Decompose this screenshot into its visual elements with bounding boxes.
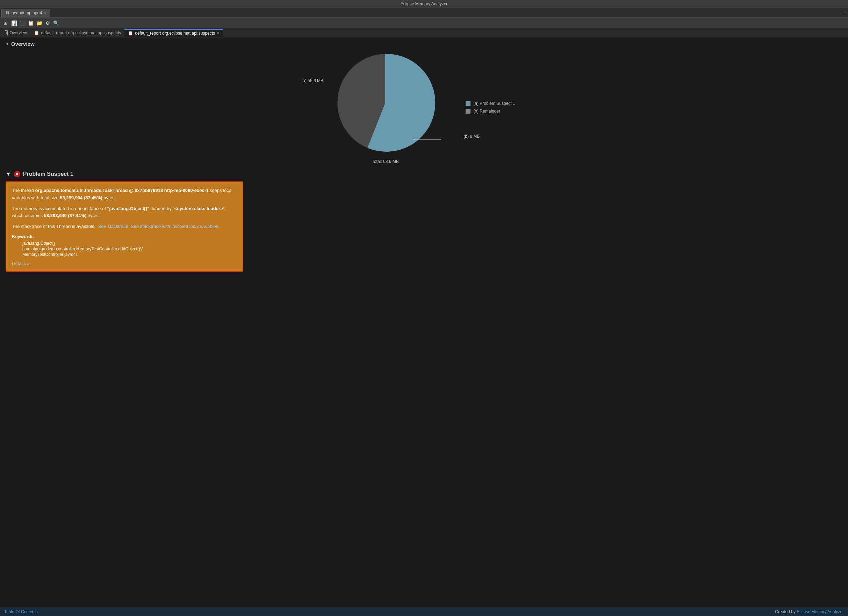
- toolbar-icon-table[interactable]: ⬛: [19, 19, 26, 27]
- pie-label-b: (b) 8 MB: [464, 134, 480, 139]
- thread-name: org.apache.tomcat.util.threads.TaskThrea…: [35, 188, 209, 193]
- suspect-description-3: The stacktrace of this Thread is availab…: [12, 223, 237, 230]
- heapdump-tab[interactable]: 🖥 heapdump.hprof ×: [1, 9, 50, 17]
- keyword-2: com.atguigu.demo.controller.MemoryTestCo…: [12, 246, 237, 252]
- tab-overview[interactable]: i Overview: [1, 30, 30, 36]
- overview-icon: i: [5, 30, 8, 35]
- suspect-title: Problem Suspect 1: [23, 171, 73, 177]
- overview-toggle[interactable]: ▼: [6, 42, 9, 46]
- keywords-section: Keywords java.lang.Object[] com.atguigu.…: [12, 234, 237, 257]
- toolbar: ⊞ 📊 ⬛ 📋 📁 ⚙ 🔍: [0, 18, 848, 28]
- keyword-1: java.lang.Object[]: [12, 240, 237, 246]
- legend-box-a: [466, 101, 470, 106]
- overview-header: ▼ Overview: [6, 41, 842, 47]
- legend-label-a: (a) Problem Suspect 1: [473, 101, 515, 106]
- toolbar-icon-chart[interactable]: 📊: [10, 19, 18, 27]
- keyword-3: MemoryTestController.java:41: [12, 252, 237, 257]
- credits-prefix: Created by: [775, 609, 797, 614]
- keywords-title: Keywords: [12, 234, 237, 239]
- stacktrace-link[interactable]: See stacktrace: [98, 224, 128, 229]
- top-tab-bar: 🖥 heapdump.hprof × ─: [0, 8, 848, 18]
- title-bar: Eclipse Memory Analyzer: [0, 0, 848, 8]
- toolbar-icon-report[interactable]: 📋: [27, 19, 34, 27]
- toolbar-icon-settings[interactable]: ⚙: [44, 19, 51, 27]
- tab-overview-label: Overview: [9, 30, 27, 35]
- eclipse-link[interactable]: Eclipse Memory Analyzer: [797, 609, 844, 614]
- window-title: Eclipse Memory Analyzer: [400, 1, 448, 6]
- secondary-tab-bar: i Overview 📋 default_report org.eclipse.…: [0, 28, 848, 37]
- heapdump-tab-close[interactable]: ×: [44, 11, 46, 15]
- details-link[interactable]: Details »: [12, 261, 237, 266]
- problem-suspect-section: ▼ ✕ Problem Suspect 1 The thread org.apa…: [6, 171, 842, 272]
- toolbar-icon-search[interactable]: 🔍: [52, 19, 59, 27]
- tab-suspects1-label: default_report org.eclipse.mat.api:suspe…: [41, 30, 121, 35]
- stacktrace-local-link[interactable]: See stacktrace with involved local varia…: [131, 224, 218, 229]
- legend-item-b: (b) Remainder: [466, 109, 515, 114]
- chart-legend: (a) Problem Suspect 1 (b) Remainder: [466, 101, 515, 114]
- toolbar-icon-home[interactable]: ⊞: [2, 19, 9, 27]
- suspect-header: ▼ ✕ Problem Suspect 1: [6, 171, 842, 177]
- legend-item-a: (a) Problem Suspect 1: [466, 101, 515, 106]
- overview-title: Overview: [11, 41, 35, 47]
- legend-label-b: (b) Remainder: [473, 109, 500, 114]
- suspects1-icon: 📋: [34, 30, 39, 35]
- heapdump-tab-label: heapdump.hprof: [12, 10, 42, 15]
- occupies-size: 58,293,640 (87.44%): [44, 213, 86, 218]
- pie-chart-container: (a) 55.6 MB (b) 8 MB Total: 63.6 MB: [333, 50, 437, 164]
- suspect-description-2: The memory is accumulated in one instanc…: [12, 205, 237, 220]
- main-content: ▼ Overview (a) 55.6 MB (b) 8 MB Total: 6…: [0, 37, 848, 607]
- tab-suspects-2[interactable]: 📋 default_report org.eclipse.mat.api:sus…: [125, 29, 223, 37]
- heapdump-icon: 🖥: [5, 10, 9, 15]
- toc-link[interactable]: Table Of Contents: [4, 609, 38, 614]
- tab-suspects-1[interactable]: 📋 default_report org.eclipse.mat.api:sus…: [30, 30, 125, 36]
- suspect-toggle[interactable]: ▼: [6, 171, 11, 177]
- pie-chart-svg: [333, 50, 437, 155]
- loader-name: <system class loader>: [175, 206, 223, 211]
- tab-suspects-2-close[interactable]: ✕: [217, 31, 219, 35]
- pie-total-label: Total: 63.6 MB: [372, 159, 399, 164]
- footer-credits: Created by Eclipse Memory Analyzer: [775, 609, 844, 614]
- toolbar-icon-folder[interactable]: 📁: [36, 19, 43, 27]
- suspect-card: The thread org.apache.tomcat.util.thread…: [6, 181, 243, 272]
- suspects2-icon: 📋: [128, 31, 133, 36]
- class-name: "java.lang.Object[]": [107, 206, 149, 211]
- chart-area: (a) 55.6 MB (b) 8 MB Total: 63.6 MB (a) …: [6, 50, 842, 164]
- minimize-button[interactable]: ─: [844, 11, 847, 15]
- footer: Table Of Contents Created by Eclipse Mem…: [0, 607, 848, 616]
- pie-label-a: (a) 55.6 MB: [301, 78, 323, 83]
- legend-box-b: [466, 109, 470, 114]
- suspect-error-icon: ✕: [14, 171, 20, 177]
- suspect-description-1: The thread org.apache.tomcat.util.thread…: [12, 187, 237, 202]
- total-size: 58,299,904 (87.45%): [60, 195, 102, 200]
- tab-suspects2-label: default_report org.eclipse.mat.api:suspe…: [135, 31, 215, 36]
